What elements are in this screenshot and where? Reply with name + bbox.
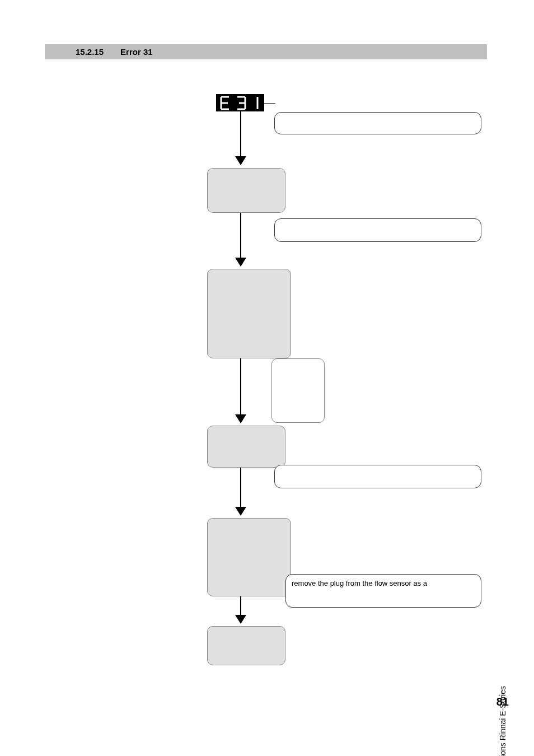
callout-5: remove the plug from the flow sensor as …: [285, 574, 481, 608]
arrowhead-icon: [235, 615, 246, 624]
arrowhead-icon: [235, 258, 246, 267]
callout-text: remove the plug from the flow sensor as …: [292, 579, 427, 587]
error-code-display: [216, 94, 264, 111]
section-number: 15.2.15: [76, 47, 104, 57]
seg-3-icon: [236, 96, 247, 110]
flow-note: [271, 358, 325, 423]
section-header: 15.2.15 Error 31: [45, 44, 487, 59]
flow-arrow: [240, 596, 241, 616]
connector-line: [264, 103, 275, 104]
arrowhead-icon: [235, 156, 246, 165]
flow-arrow: [240, 213, 241, 258]
flow-step-5: [207, 626, 285, 665]
flow-arrow: [240, 468, 241, 507]
page-number: 81: [496, 696, 509, 708]
flow-arrow: [240, 111, 241, 156]
arrowhead-icon: [235, 507, 246, 516]
flow-step-4: [207, 518, 291, 596]
callout-2: [274, 218, 481, 242]
section-title: Error 31: [120, 47, 153, 57]
seg-E-icon: [219, 96, 231, 110]
flow-arrow: [240, 358, 241, 414]
seg-1-icon: [252, 96, 260, 110]
flow-step-2: [207, 269, 291, 358]
flow-step-3: [207, 426, 285, 468]
arrowhead-icon: [235, 414, 246, 423]
callout-4: [274, 465, 481, 488]
callout-1: [274, 112, 481, 134]
flow-step-1: [207, 168, 285, 213]
